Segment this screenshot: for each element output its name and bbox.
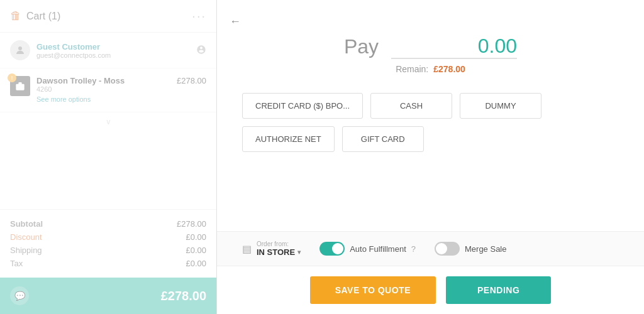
total-bar-left: 💬 [10, 286, 29, 305]
auto-fulfillment-group: Auto Fulfillment ? [319, 242, 416, 256]
product-name: Dawson Trolley - Moss [36, 76, 170, 85]
discount-label: Discount [10, 232, 42, 242]
cart-body: ∨ [0, 112, 216, 209]
pay-section: Pay Remain: £278.00 CREDIT CARD ($) BPO.… [217, 28, 644, 231]
merge-sale-toggle[interactable] [435, 242, 460, 256]
subtotal-value: £278.00 [177, 219, 206, 229]
pay-row: Pay [344, 35, 517, 59]
discount-row: Discount £0.00 [10, 230, 206, 244]
merge-sale-group: Merge Sale [435, 242, 506, 256]
shipping-row: Shipping £0.00 [10, 244, 206, 257]
subtotal-row: Subtotal £278.00 [10, 217, 206, 230]
options-row: ▤ Order from: IN STORE ▾ Auto Fulfillmen… [217, 231, 644, 266]
pay-label: Pay [344, 35, 379, 58]
payment-btn-dummy[interactable]: DUMMY [460, 93, 541, 119]
auto-fulfillment-label: Auto Fulfillment [350, 244, 406, 254]
cart-title: Cart (1) [26, 11, 60, 22]
right-header: ← [217, 0, 644, 28]
save-to-quote-button[interactable]: SAVE TO QUOTE [310, 276, 436, 304]
product-badge: ! [8, 73, 16, 82]
order-from[interactable]: ▤ Order from: IN STORE ▾ [242, 241, 301, 257]
customer-row[interactable]: Guest Customer guest@connectpos.com [0, 33, 216, 68]
product-info: Dawson Trolley - Moss 4260 See more opti… [36, 76, 170, 104]
pay-input[interactable] [391, 35, 517, 59]
back-button[interactable]: ← [230, 15, 241, 28]
merge-sale-label: Merge Sale [465, 244, 506, 254]
order-from-value: IN STORE ▾ [257, 247, 301, 257]
tax-row: Tax £0.00 [10, 257, 206, 270]
see-more-options-link[interactable]: See more options [36, 95, 91, 103]
product-row[interactable]: ! Dawson Trolley - Moss 4260 See more op… [0, 68, 216, 112]
customer-name: Guest Customer [36, 42, 190, 51]
toggle-knob-2 [436, 243, 447, 254]
customer-info: Guest Customer guest@connectpos.com [36, 42, 190, 59]
payment-methods: CREDIT CARD ($) BPO...CASHDUMMYAUTHORIZE… [217, 93, 644, 152]
tax-value: £0.00 [186, 259, 206, 268]
help-icon[interactable]: ? [411, 244, 416, 254]
right-panel: ← Pay Remain: £278.00 CREDIT CARD ($) BP… [217, 0, 644, 314]
store-icon: ▤ [242, 243, 252, 255]
order-from-info: Order from: IN STORE ▾ [257, 241, 301, 257]
cart-header: 🗑 Cart (1) ··· [0, 0, 216, 33]
chat-icon[interactable]: 💬 [10, 286, 29, 305]
chevron-down-icon: ▾ [297, 249, 301, 256]
toggle-knob [332, 243, 343, 254]
pending-button[interactable]: PENDING [446, 276, 551, 304]
scroll-indicator: ∨ [0, 112, 216, 131]
remain-value: £278.00 [433, 64, 465, 74]
shipping-label: Shipping [10, 246, 42, 255]
auto-fulfillment-toggle[interactable] [319, 242, 345, 256]
more-options-icon[interactable]: ··· [192, 9, 206, 23]
shipping-value: £0.00 [186, 246, 206, 255]
payment-btn-gift-card[interactable]: GIFT CARD [342, 126, 424, 152]
remain-row: Remain: £278.00 [396, 64, 465, 74]
trash-icon[interactable]: 🗑 [10, 9, 21, 23]
remain-label: Remain: [396, 64, 428, 74]
order-from-label: Order from: [257, 241, 301, 247]
customer-email: guest@connectpos.com [36, 51, 190, 59]
cart-footer: Subtotal £278.00 Discount £0.00 Shipping… [0, 209, 216, 278]
payment-btn-credit-card[interactable]: CREDIT CARD ($) BPO... [242, 93, 363, 119]
discount-value: £0.00 [186, 232, 206, 242]
subtotal-label: Subtotal [10, 219, 43, 229]
tax-label: Tax [10, 259, 23, 268]
product-id: 4260 [36, 85, 170, 93]
cart-header-left: 🗑 Cart (1) [10, 9, 60, 23]
avatar [10, 40, 30, 60]
left-panel: 🗑 Cart (1) ··· Guest Customer guest@conn… [0, 0, 217, 314]
payment-btn-authorize-net[interactable]: AUTHORIZE NET [242, 126, 335, 152]
total-bar: 💬 £278.00 [0, 278, 216, 314]
action-buttons: SAVE TO QUOTE PENDING [217, 266, 644, 314]
payment-btn-cash[interactable]: CASH [370, 93, 452, 119]
total-amount: £278.00 [161, 289, 206, 303]
customer-action-icon[interactable] [196, 45, 206, 57]
svg-point-0 [18, 46, 22, 50]
product-icon: ! [10, 76, 30, 96]
product-price: £278.00 [177, 76, 206, 85]
